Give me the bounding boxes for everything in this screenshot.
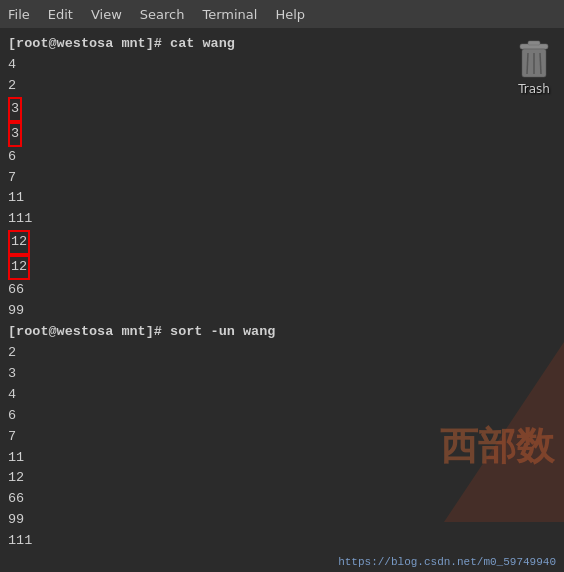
menu-edit[interactable]: Edit [48, 7, 73, 22]
menu-file[interactable]: File [8, 7, 30, 22]
terminal-line: 66 [8, 280, 556, 301]
terminal-line: 7 [8, 427, 556, 448]
menu-search[interactable]: Search [140, 7, 185, 22]
terminal-line: 4 [8, 385, 556, 406]
trash-icon-wrapper[interactable]: Trash [514, 38, 554, 96]
terminal-line: 11 [8, 448, 556, 469]
terminal-line: [root@westosa mnt]# cat wang [8, 34, 556, 55]
terminal-line: 99 [8, 510, 556, 531]
trash-label: Trash [518, 82, 550, 96]
terminal-line: 12 [8, 468, 556, 489]
menu-help[interactable]: Help [275, 7, 305, 22]
terminal-line: 66 [8, 489, 556, 510]
terminal-line: 3 [8, 364, 556, 385]
menubar: File Edit View Search Terminal Help [0, 0, 564, 28]
svg-line-5 [540, 53, 541, 74]
terminal-line: 99 [8, 301, 556, 322]
footer-url: https://blog.csdn.net/m0_59749940 [338, 556, 556, 568]
terminal-content[interactable]: [root@westosa mnt]# cat wang 4 2 3 3 6 7… [0, 28, 564, 552]
terminal-line: [root@westosa mnt]# sort -un wang [8, 322, 556, 343]
terminal-body[interactable]: [root@westosa mnt]# cat wang 4 2 3 3 6 7… [0, 28, 564, 552]
terminal-line: 2 [8, 76, 556, 97]
terminal-line: 2 [8, 343, 556, 364]
menu-view[interactable]: View [91, 7, 122, 22]
terminal-line: 6 [8, 406, 556, 427]
svg-line-3 [527, 53, 528, 74]
highlight-3-first: 3 [8, 97, 22, 122]
terminal-line: 4 [8, 55, 556, 76]
terminal-line-highlight: 3 [8, 122, 556, 147]
prompt-sort: [root@westosa mnt]# sort -un wang [8, 324, 275, 339]
prompt-line: [root@westosa mnt]# cat wang [8, 36, 235, 51]
trash-icon [514, 38, 554, 82]
terminal-window: File Edit View Search Terminal Help [roo… [0, 0, 564, 572]
desktop-icons: Trash [514, 38, 554, 96]
terminal-line-highlight: 3 [8, 97, 556, 122]
terminal-line: 11 [8, 188, 556, 209]
terminal-line-highlight: 12 [8, 255, 556, 280]
highlight-12-second: 12 [8, 255, 30, 280]
terminal-line-highlight: 12 [8, 230, 556, 255]
highlight-12-first: 12 [8, 230, 30, 255]
svg-rect-1 [528, 41, 540, 45]
terminal-line: 111 [8, 209, 556, 230]
terminal-line: 6 [8, 147, 556, 168]
highlight-3-second: 3 [8, 122, 22, 147]
footer-bar: https://blog.csdn.net/m0_59749940 [0, 552, 564, 572]
terminal-line: 7 [8, 168, 556, 189]
terminal-line: 111 [8, 531, 556, 552]
menu-terminal[interactable]: Terminal [202, 7, 257, 22]
